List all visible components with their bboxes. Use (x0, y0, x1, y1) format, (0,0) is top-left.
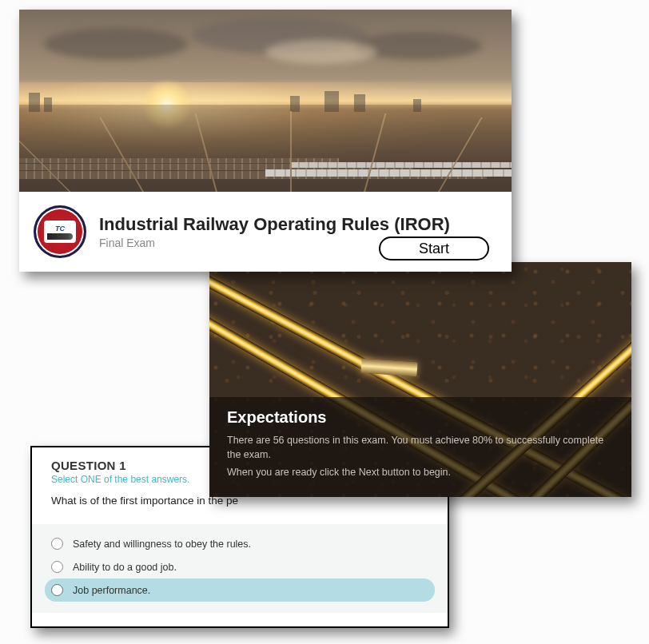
course-title: Industrial Railway Operating Rules (IROR… (99, 214, 450, 235)
hero-image (19, 10, 512, 192)
answer-option-selected[interactable]: Job performance. (45, 578, 435, 602)
expectations-slide: Expectations There are 56 questions in t… (209, 262, 631, 497)
company-logo: TC (34, 205, 86, 258)
answer-option[interactable]: Safety and willingness to obey the rules… (32, 532, 448, 555)
answer-option[interactable]: Ability to do a good job. (32, 555, 448, 578)
radio-icon (51, 561, 63, 573)
expectations-overlay: Expectations There are 56 questions in t… (209, 397, 631, 497)
expectations-heading: Expectations (227, 408, 614, 427)
radio-icon (51, 538, 63, 550)
start-button[interactable]: Start (379, 237, 489, 260)
answer-text: Safety and willingness to obey the rules… (73, 539, 251, 550)
answer-text: Ability to do a good job. (73, 562, 177, 573)
radio-icon (51, 584, 63, 596)
expectations-text-2: When you are ready click the Next button… (227, 465, 614, 479)
expectations-text-1: There are 56 questions in this exam. You… (227, 433, 614, 462)
answer-list: Safety and willingness to obey the rules… (32, 524, 448, 613)
start-button-label: Start (419, 241, 449, 257)
logo-initials: TC (55, 225, 65, 233)
title-slide: TC Industrial Railway Operating Rules (I… (19, 10, 512, 272)
answer-text: Job performance. (73, 585, 150, 596)
